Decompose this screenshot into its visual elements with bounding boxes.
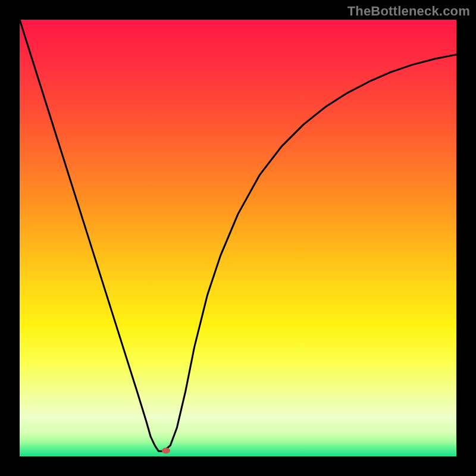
chart-stage: TheBottleneck.com <box>0 0 476 476</box>
watermark-text: TheBottleneck.com <box>347 4 470 19</box>
plot-svg <box>20 20 456 456</box>
gradient-background <box>20 20 456 456</box>
plot-area <box>20 20 456 456</box>
optimum-marker <box>162 447 170 453</box>
